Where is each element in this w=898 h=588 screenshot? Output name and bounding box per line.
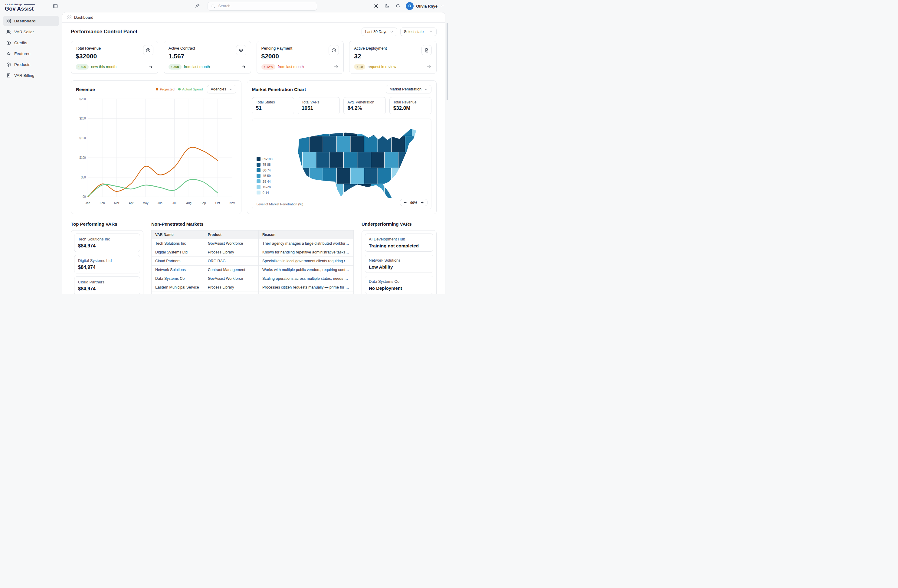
sidebar-nav: Dashboard VAR Seller Credits Features [0,14,62,82]
chevron-down-icon [429,30,433,34]
map-legend-range: 75-88 [263,163,271,166]
svg-text:May: May [143,201,149,205]
sidebar-item[interactable]: Dashboard [3,16,59,26]
underperforming-var-card: Network Solutions Low Ability [365,255,433,273]
stat-card: Pending Payment $2000 ↑ 12% from last mo… [257,41,344,74]
svg-text:Sep: Sep [201,201,206,205]
sidebar-item[interactable]: Features [3,48,59,59]
revenue-card: Revenue Projected [71,80,241,214]
var-status: No Deployment [369,286,429,291]
legend-item: Actual Spend [178,88,203,91]
cell-product: GovAssist Workforce [204,239,258,248]
cell-var-name: Eastern Municipal Service [152,283,204,292]
agencies-select[interactable]: Agencies [207,85,236,94]
sidebar: ▲▲ AutoBridge Gov Assist Dashboard VAR S… [0,0,62,294]
cell-reason: Specializes in local government clients … [259,257,354,266]
stat-arrow-button[interactable] [148,64,154,69]
market-card: Market Penetration Chart Market Penetrat… [247,80,437,214]
stat-arrow-button[interactable] [241,64,246,69]
market-stat-value: 1051 [301,105,336,111]
stat-note: new this month [91,65,117,69]
market-metric-select[interactable]: Market Penetration [386,85,431,94]
stat-title: Total Revenue [75,45,143,51]
chevron-down-icon [440,4,444,8]
light-theme-button[interactable] [373,3,379,9]
stat-value: 32 [354,53,421,60]
sidebar-item[interactable]: Credits [3,37,59,48]
user-menu[interactable]: O Olivia Rhye [406,2,444,10]
table-header: VAR Name [152,230,204,239]
zoom-out-button[interactable] [403,201,407,204]
stat-title: Active Contract [169,45,236,51]
table-row: Tech Solutions Inc GovAssist Workforce T… [152,239,354,248]
notifications-button[interactable] [395,3,401,9]
map-legend-swatch [257,190,260,195]
sidebar-item[interactable]: VAR Seller [3,27,59,37]
sidebar-item-icon [6,62,11,67]
brand-name: Gov Assist [5,6,35,12]
var-status: Training not completed [369,243,429,248]
svg-text:$200: $200 [80,117,86,120]
var-name: Data Systems Co [369,279,429,284]
var-value: $84,974 [78,243,136,249]
table-header: Reason [259,230,354,239]
breadcrumb-bar: Dashboard [62,12,445,23]
map-legend-item: 89-100 [257,157,272,161]
sidebar-item-icon [6,18,11,24]
underperforming-list: AI Development Hub Training not complete… [361,230,437,294]
chevron-down-icon [390,30,394,34]
scrollbar[interactable] [447,23,448,100]
top-performing-section: Top Performing VARs Tech Solutions Inc $… [71,221,143,294]
market-stats: Total States 51 Total VARs 1051 [252,97,431,114]
underperforming-var-card: AI Development Hub Training not complete… [365,233,433,252]
map-legend-item: 60-74 [257,168,272,172]
sidebar-item[interactable]: VAR Billing [3,70,59,80]
stat-badge: ↑ 300 [169,64,181,69]
zoom-in-button[interactable] [420,201,424,204]
stat-arrow-button[interactable] [426,64,432,69]
table-row: Data Systems Co GovAssist Workforce Scal… [152,274,354,283]
market-stat-value: 84.2% [348,105,381,111]
search-input[interactable] [218,4,314,8]
cell-var-name: Cloud Partners [152,257,204,266]
svg-text:Jun: Jun [158,201,163,205]
sidebar-item-icon [6,51,11,56]
legend-dot [178,88,181,91]
dark-theme-button[interactable] [384,3,390,9]
pin-button[interactable] [194,3,200,9]
market-stat-label: Total Revenue [393,100,427,104]
cell-product: ORG RAG [204,292,258,294]
sidebar-item[interactable]: Products [3,59,59,69]
topbar: O Olivia Rhye [62,0,449,12]
stat-icon [143,45,154,55]
market-stat-value: $32.0M [393,105,427,111]
sidebar-collapse-button[interactable] [52,3,58,9]
sidebar-item-label: Dashboard [14,19,36,23]
map-legend-item: 75-88 [257,163,272,167]
sidebar-item-label: Features [14,51,30,56]
user-name: Olivia Rhye [416,4,438,8]
sidebar-item-icon [6,29,11,34]
legend-label: Projected [160,88,175,91]
top-var-card: Digital Systems Ltd $84,974 [74,255,140,273]
top-performing-list: Tech Solutions Inc $84,974 Digital Syste… [71,230,143,294]
sidebar-item-icon [6,40,11,45]
table-row: Cloud Partners ORG RAG Specializes in lo… [152,257,354,266]
date-range-select[interactable]: Last 30 Days [361,28,397,36]
market-stat-value: 51 [256,105,290,111]
state-select[interactable]: Select state [400,28,437,36]
market-title: Market Penetration Chart [252,87,306,92]
map-legend-range: 15-28 [263,185,271,189]
map-legend-swatch [257,157,260,161]
map-legend-swatch [257,163,260,167]
state-select-label: Select state [404,30,424,34]
revenue-legend: Projected Actual Spend [156,88,203,91]
svg-text:Jul: Jul [172,201,177,205]
stat-arrow-button[interactable] [334,64,339,69]
svg-text:Jan: Jan [85,201,90,205]
map-caption: Level of Market Penetration (%) [257,203,303,206]
underperforming-var-card: Data Systems Co No Deployment [365,276,433,294]
var-name: Network Solutions [369,258,429,263]
svg-text:Feb: Feb [100,201,105,205]
breadcrumb[interactable]: Dashboard [74,15,94,20]
